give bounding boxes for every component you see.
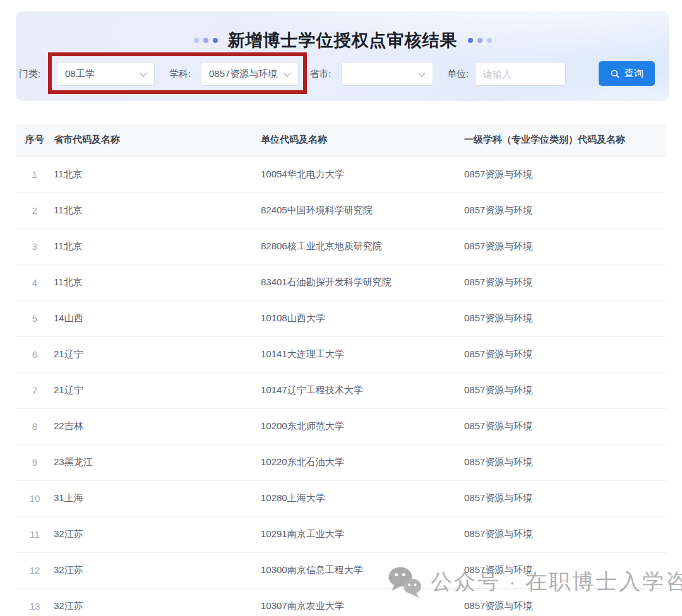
unit-cell: 82806核工业北京地质研究院 [261, 228, 464, 264]
row-index-cell: 8 [16, 408, 54, 444]
row-index-cell: 4 [16, 264, 54, 300]
discipline-cell: 0857资源与环境 [464, 408, 666, 444]
table-row: 1232江苏10300南京信息工程大学0857资源与环境 [16, 552, 666, 588]
province-cell: 32江苏 [54, 588, 261, 616]
unit-cell: 10054华北电力大学 [261, 157, 464, 192]
discipline-cell: 0857资源与环境 [464, 516, 666, 552]
unit-cell: 83401石油勘探开发科学研究院 [261, 264, 464, 300]
province-cell: 32江苏 [54, 516, 261, 552]
col-header-unit: 单位代码及名称 [261, 124, 464, 157]
category-select-value: 08工学 [65, 68, 95, 79]
table-row: 111北京10054华北电力大学0857资源与环境 [16, 157, 666, 192]
table-row: 822吉林10200东北师范大学0857资源与环境 [16, 408, 666, 444]
unit-input[interactable] [475, 62, 566, 86]
page-title: 新增博士学位授权点审核结果 [228, 29, 458, 52]
table-row: 721辽宁10147辽宁工程技术大学0857资源与环境 [16, 372, 666, 408]
category-select[interactable]: 08工学 [57, 62, 155, 86]
results-table: 序号 省市代码及名称 单位代码及名称 一级学科（专业学位类别）代码及名称 111… [16, 124, 666, 616]
search-button-label: 查询 [625, 68, 643, 80]
discipline-cell: 0857资源与环境 [464, 588, 666, 616]
unit-label: 单位: [447, 62, 469, 86]
table-row: 1031上海10280上海大学0857资源与环境 [16, 480, 666, 516]
chevron-down-icon [284, 69, 290, 76]
discipline-cell: 0857资源与环境 [464, 336, 666, 372]
unit-cell: 10220东北石油大学 [261, 444, 464, 480]
table-row: 514山西10108山西大学0857资源与环境 [16, 300, 666, 336]
table-row: 211北京82405中国环境科学研究院0857资源与环境 [16, 192, 666, 228]
title-row: 新增博士学位授权点审核结果 [16, 29, 669, 52]
table-row: 1332江苏10307南京农业大学0857资源与环境 [16, 588, 666, 616]
row-index-cell: 13 [16, 588, 54, 616]
row-index-cell: 6 [16, 336, 54, 372]
col-header-discipline: 一级学科（专业学位类别）代码及名称 [464, 124, 666, 157]
table-row: 923黑龙江10220东北石油大学0857资源与环境 [16, 444, 666, 480]
table-row: 311北京82806核工业北京地质研究院0857资源与环境 [16, 228, 666, 264]
province-cell: 11北京 [54, 264, 261, 300]
row-index-cell: 9 [16, 444, 54, 480]
discipline-label: 学科: [169, 62, 191, 86]
discipline-cell: 0857资源与环境 [464, 372, 666, 408]
filter-panel: 新增博士学位授权点审核结果 门类: 08工学 学科: 0857资源与环境 省市:… [16, 11, 669, 101]
unit-cell: 10147辽宁工程技术大学 [261, 372, 464, 408]
province-cell: 22吉林 [54, 408, 261, 444]
province-cell: 21辽宁 [54, 336, 261, 372]
discipline-cell: 0857资源与环境 [464, 480, 666, 516]
unit-cell: 82405中国环境科学研究院 [261, 192, 464, 228]
discipline-cell: 0857资源与环境 [464, 552, 666, 588]
row-index-cell: 3 [16, 228, 54, 264]
row-index-cell: 10 [16, 480, 54, 516]
row-index-cell: 7 [16, 372, 54, 408]
row-index-cell: 12 [16, 552, 54, 588]
category-label: 门类: [19, 62, 40, 86]
chevron-down-icon [418, 69, 425, 76]
row-index-cell: 5 [16, 300, 54, 336]
table-body: 111北京10054华北电力大学0857资源与环境211北京82405中国环境科… [16, 157, 666, 616]
unit-cell: 10200东北师范大学 [261, 408, 464, 444]
discipline-cell: 0857资源与环境 [464, 228, 666, 264]
province-cell: 21辽宁 [54, 372, 261, 408]
province-cell: 11北京 [54, 192, 261, 228]
col-header-index: 序号 [16, 124, 54, 157]
unit-cell: 10141大连理工大学 [261, 336, 464, 372]
table-row: 1132江苏10291南京工业大学0857资源与环境 [16, 516, 666, 552]
row-index-cell: 1 [16, 157, 54, 192]
province-select[interactable] [341, 62, 433, 86]
discipline-cell: 0857资源与环境 [464, 300, 666, 336]
col-header-province: 省市代码及名称 [54, 124, 261, 157]
province-cell: 11北京 [54, 228, 261, 264]
discipline-select-value: 0857资源与环境 [209, 68, 277, 79]
unit-cell: 10307南京农业大学 [261, 588, 464, 616]
province-cell: 32江苏 [54, 552, 261, 588]
discipline-select[interactable]: 0857资源与环境 [201, 62, 299, 86]
province-cell: 11北京 [54, 157, 261, 192]
discipline-cell: 0857资源与环境 [464, 192, 666, 228]
row-index-cell: 11 [16, 516, 54, 552]
title-dots-right-icon [468, 38, 492, 43]
table-header-row: 序号 省市代码及名称 单位代码及名称 一级学科（专业学位类别）代码及名称 [16, 124, 666, 157]
unit-cell: 10108山西大学 [261, 300, 464, 336]
discipline-cell: 0857资源与环境 [464, 444, 666, 480]
title-dots-left-icon [194, 38, 218, 43]
province-cell: 14山西 [54, 300, 261, 336]
chevron-down-icon [140, 69, 147, 76]
table-row: 411北京83401石油勘探开发科学研究院0857资源与环境 [16, 264, 666, 300]
search-icon [610, 69, 620, 79]
province-label: 省市: [309, 62, 331, 86]
province-cell: 31上海 [54, 480, 261, 516]
table-row: 621辽宁10141大连理工大学0857资源与环境 [16, 336, 666, 372]
province-cell: 23黑龙江 [54, 444, 261, 480]
row-index-cell: 2 [16, 192, 54, 228]
search-button[interactable]: 查询 [599, 61, 655, 86]
unit-cell: 10280上海大学 [261, 480, 464, 516]
unit-cell: 10291南京工业大学 [261, 516, 464, 552]
discipline-cell: 0857资源与环境 [464, 264, 666, 300]
page: 新增博士学位授权点审核结果 门类: 08工学 学科: 0857资源与环境 省市:… [0, 0, 682, 616]
unit-cell: 10300南京信息工程大学 [261, 552, 464, 588]
discipline-cell: 0857资源与环境 [464, 157, 666, 192]
